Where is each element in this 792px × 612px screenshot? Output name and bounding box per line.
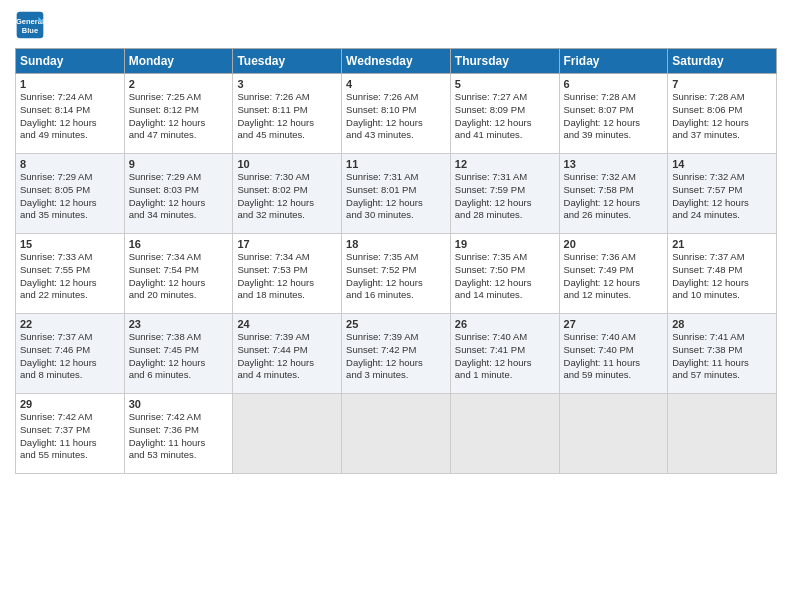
day-number: 22 (20, 318, 120, 330)
day-number: 10 (237, 158, 337, 170)
calendar-cell (668, 394, 777, 474)
day-number: 28 (672, 318, 772, 330)
calendar-cell: 28Sunrise: 7:41 AMSunset: 7:38 PMDayligh… (668, 314, 777, 394)
cell-content: Sunrise: 7:29 AMSunset: 8:05 PMDaylight:… (20, 171, 120, 222)
day-number: 23 (129, 318, 229, 330)
cell-content: Sunrise: 7:37 AMSunset: 7:48 PMDaylight:… (672, 251, 772, 302)
calendar-cell: 1Sunrise: 7:24 AMSunset: 8:14 PMDaylight… (16, 74, 125, 154)
calendar-cell: 26Sunrise: 7:40 AMSunset: 7:41 PMDayligh… (450, 314, 559, 394)
day-number: 12 (455, 158, 555, 170)
day-number: 20 (564, 238, 664, 250)
cell-content: Sunrise: 7:24 AMSunset: 8:14 PMDaylight:… (20, 91, 120, 142)
cell-content: Sunrise: 7:29 AMSunset: 8:03 PMDaylight:… (129, 171, 229, 222)
calendar-cell: 7Sunrise: 7:28 AMSunset: 8:06 PMDaylight… (668, 74, 777, 154)
cell-content: Sunrise: 7:37 AMSunset: 7:46 PMDaylight:… (20, 331, 120, 382)
calendar-cell: 23Sunrise: 7:38 AMSunset: 7:45 PMDayligh… (124, 314, 233, 394)
calendar-cell (450, 394, 559, 474)
calendar-cell: 27Sunrise: 7:40 AMSunset: 7:40 PMDayligh… (559, 314, 668, 394)
day-number: 16 (129, 238, 229, 250)
calendar-cell: 14Sunrise: 7:32 AMSunset: 7:57 PMDayligh… (668, 154, 777, 234)
calendar-week-5: 29Sunrise: 7:42 AMSunset: 7:37 PMDayligh… (16, 394, 777, 474)
day-number: 15 (20, 238, 120, 250)
cell-content: Sunrise: 7:26 AMSunset: 8:11 PMDaylight:… (237, 91, 337, 142)
calendar-week-1: 1Sunrise: 7:24 AMSunset: 8:14 PMDaylight… (16, 74, 777, 154)
day-number: 24 (237, 318, 337, 330)
cell-content: Sunrise: 7:38 AMSunset: 7:45 PMDaylight:… (129, 331, 229, 382)
cell-content: Sunrise: 7:33 AMSunset: 7:55 PMDaylight:… (20, 251, 120, 302)
calendar-table: SundayMondayTuesdayWednesdayThursdayFrid… (15, 48, 777, 474)
calendar-cell (233, 394, 342, 474)
calendar-week-3: 15Sunrise: 7:33 AMSunset: 7:55 PMDayligh… (16, 234, 777, 314)
calendar-cell: 9Sunrise: 7:29 AMSunset: 8:03 PMDaylight… (124, 154, 233, 234)
cell-content: Sunrise: 7:34 AMSunset: 7:54 PMDaylight:… (129, 251, 229, 302)
day-number: 3 (237, 78, 337, 90)
cell-content: Sunrise: 7:26 AMSunset: 8:10 PMDaylight:… (346, 91, 446, 142)
cell-content: Sunrise: 7:40 AMSunset: 7:41 PMDaylight:… (455, 331, 555, 382)
cell-content: Sunrise: 7:39 AMSunset: 7:44 PMDaylight:… (237, 331, 337, 382)
cell-content: Sunrise: 7:27 AMSunset: 8:09 PMDaylight:… (455, 91, 555, 142)
cell-content: Sunrise: 7:32 AMSunset: 7:57 PMDaylight:… (672, 171, 772, 222)
weekday-header-row: SundayMondayTuesdayWednesdayThursdayFrid… (16, 49, 777, 74)
calendar-cell (342, 394, 451, 474)
cell-content: Sunrise: 7:28 AMSunset: 8:06 PMDaylight:… (672, 91, 772, 142)
day-number: 30 (129, 398, 229, 410)
calendar-cell: 12Sunrise: 7:31 AMSunset: 7:59 PMDayligh… (450, 154, 559, 234)
day-number: 19 (455, 238, 555, 250)
weekday-header-thursday: Thursday (450, 49, 559, 74)
svg-text:Blue: Blue (22, 26, 38, 35)
day-number: 5 (455, 78, 555, 90)
cell-content: Sunrise: 7:32 AMSunset: 7:58 PMDaylight:… (564, 171, 664, 222)
day-number: 18 (346, 238, 446, 250)
cell-content: Sunrise: 7:35 AMSunset: 7:50 PMDaylight:… (455, 251, 555, 302)
calendar-cell: 30Sunrise: 7:42 AMSunset: 7:36 PMDayligh… (124, 394, 233, 474)
weekday-header-monday: Monday (124, 49, 233, 74)
cell-content: Sunrise: 7:35 AMSunset: 7:52 PMDaylight:… (346, 251, 446, 302)
calendar-cell: 6Sunrise: 7:28 AMSunset: 8:07 PMDaylight… (559, 74, 668, 154)
calendar-cell: 3Sunrise: 7:26 AMSunset: 8:11 PMDaylight… (233, 74, 342, 154)
calendar-cell: 10Sunrise: 7:30 AMSunset: 8:02 PMDayligh… (233, 154, 342, 234)
weekday-header-sunday: Sunday (16, 49, 125, 74)
calendar-cell: 21Sunrise: 7:37 AMSunset: 7:48 PMDayligh… (668, 234, 777, 314)
cell-content: Sunrise: 7:41 AMSunset: 7:38 PMDaylight:… (672, 331, 772, 382)
day-number: 8 (20, 158, 120, 170)
calendar-cell: 8Sunrise: 7:29 AMSunset: 8:05 PMDaylight… (16, 154, 125, 234)
day-number: 25 (346, 318, 446, 330)
weekday-header-wednesday: Wednesday (342, 49, 451, 74)
cell-content: Sunrise: 7:39 AMSunset: 7:42 PMDaylight:… (346, 331, 446, 382)
day-number: 1 (20, 78, 120, 90)
calendar-cell: 5Sunrise: 7:27 AMSunset: 8:09 PMDaylight… (450, 74, 559, 154)
cell-content: Sunrise: 7:34 AMSunset: 7:53 PMDaylight:… (237, 251, 337, 302)
cell-content: Sunrise: 7:36 AMSunset: 7:49 PMDaylight:… (564, 251, 664, 302)
calendar-cell: 13Sunrise: 7:32 AMSunset: 7:58 PMDayligh… (559, 154, 668, 234)
calendar-cell: 19Sunrise: 7:35 AMSunset: 7:50 PMDayligh… (450, 234, 559, 314)
calendar-cell: 25Sunrise: 7:39 AMSunset: 7:42 PMDayligh… (342, 314, 451, 394)
calendar-cell (559, 394, 668, 474)
logo-icon: General Blue (15, 10, 45, 40)
cell-content: Sunrise: 7:30 AMSunset: 8:02 PMDaylight:… (237, 171, 337, 222)
day-number: 13 (564, 158, 664, 170)
weekday-header-friday: Friday (559, 49, 668, 74)
cell-content: Sunrise: 7:31 AMSunset: 8:01 PMDaylight:… (346, 171, 446, 222)
day-number: 29 (20, 398, 120, 410)
calendar-cell: 22Sunrise: 7:37 AMSunset: 7:46 PMDayligh… (16, 314, 125, 394)
calendar-cell: 24Sunrise: 7:39 AMSunset: 7:44 PMDayligh… (233, 314, 342, 394)
day-number: 17 (237, 238, 337, 250)
calendar-cell: 18Sunrise: 7:35 AMSunset: 7:52 PMDayligh… (342, 234, 451, 314)
cell-content: Sunrise: 7:42 AMSunset: 7:37 PMDaylight:… (20, 411, 120, 462)
calendar-cell: 29Sunrise: 7:42 AMSunset: 7:37 PMDayligh… (16, 394, 125, 474)
calendar-week-2: 8Sunrise: 7:29 AMSunset: 8:05 PMDaylight… (16, 154, 777, 234)
cell-content: Sunrise: 7:40 AMSunset: 7:40 PMDaylight:… (564, 331, 664, 382)
day-number: 26 (455, 318, 555, 330)
weekday-header-saturday: Saturday (668, 49, 777, 74)
day-number: 11 (346, 158, 446, 170)
page-header: General Blue (15, 10, 777, 40)
day-number: 14 (672, 158, 772, 170)
calendar-cell: 2Sunrise: 7:25 AMSunset: 8:12 PMDaylight… (124, 74, 233, 154)
logo: General Blue (15, 10, 45, 40)
day-number: 2 (129, 78, 229, 90)
day-number: 21 (672, 238, 772, 250)
day-number: 27 (564, 318, 664, 330)
weekday-header-tuesday: Tuesday (233, 49, 342, 74)
calendar-cell: 16Sunrise: 7:34 AMSunset: 7:54 PMDayligh… (124, 234, 233, 314)
calendar-cell: 20Sunrise: 7:36 AMSunset: 7:49 PMDayligh… (559, 234, 668, 314)
